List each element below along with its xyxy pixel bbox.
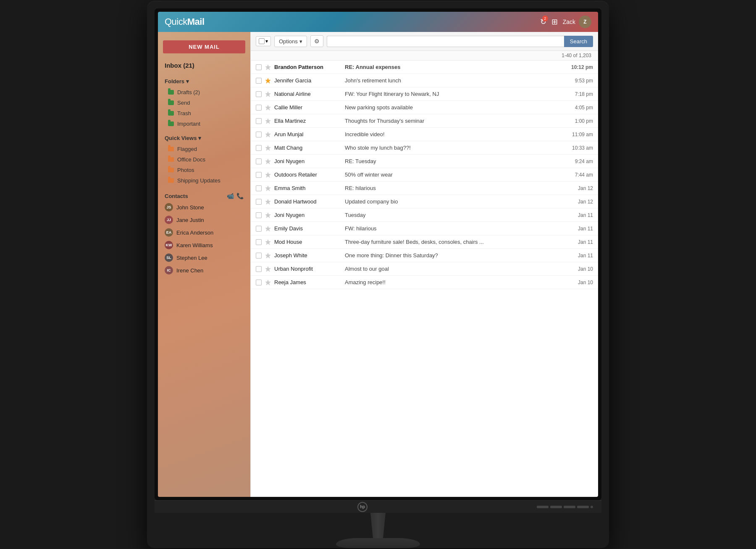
star-icon[interactable]	[265, 280, 271, 285]
monitor-power-button[interactable]	[591, 506, 593, 508]
star-icon[interactable]	[265, 172, 271, 178]
email-row[interactable]: National Airline FW: Your Flight Itinera…	[251, 87, 598, 101]
contact-karen-williams[interactable]: KW Karen Williams	[158, 239, 250, 251]
trash-label: Trash	[177, 110, 191, 116]
sidebar-item-shipping[interactable]: Shipping Updates	[158, 175, 250, 186]
email-checkbox[interactable]	[256, 239, 262, 245]
email-subject: Amazing recipe!!	[345, 279, 564, 285]
office-docs-folder-icon	[168, 157, 174, 162]
email-row[interactable]: Emma Smith RE: hilarious Jan 12	[251, 182, 598, 195]
email-checkbox[interactable]	[256, 212, 262, 218]
email-checkbox[interactable]	[256, 158, 262, 164]
star-icon[interactable]	[265, 199, 271, 205]
email-time: 10:12 pm	[568, 64, 593, 70]
contact-jane-justin[interactable]: JJ Jane Justin	[158, 214, 250, 226]
sidebar-item-important[interactable]: Important	[158, 119, 250, 129]
email-row[interactable]: Joseph White One more thing: Dinner this…	[251, 249, 598, 262]
email-row[interactable]: Reeja James Amazing recipe!! Jan 10	[251, 276, 598, 289]
email-row[interactable]: Ella Martinez Thoughts for Thursday's se…	[251, 114, 598, 128]
star-icon[interactable]	[265, 78, 271, 84]
app-logo-mail: Mail	[187, 16, 205, 27]
settings-button[interactable]: ⚙	[310, 35, 323, 47]
send-folder-icon	[168, 100, 174, 105]
email-checkbox[interactable]	[256, 78, 262, 84]
email-row[interactable]: Donald Hartwood Updated company bio Jan …	[251, 195, 598, 209]
folders-header[interactable]: Folders ▾	[158, 76, 250, 87]
star-icon[interactable]	[265, 105, 271, 111]
monitor-button[interactable]	[564, 506, 575, 508]
email-row[interactable]: Mod House Three-day furniture sale! Beds…	[251, 235, 598, 249]
sidebar-item-send[interactable]: Send	[158, 98, 250, 108]
email-checkbox[interactable]	[256, 266, 262, 272]
inbox-title[interactable]: Inbox (21)	[158, 58, 250, 72]
video-call-icon[interactable]: 📹	[227, 193, 234, 199]
email-checkbox[interactable]	[256, 145, 262, 151]
contact-stephen-lee[interactable]: SL Stephen Lee	[158, 251, 250, 264]
sidebar-item-flagged[interactable]: Flagged	[158, 144, 250, 154]
email-checkbox[interactable]	[256, 132, 262, 137]
email-checkbox[interactable]	[256, 105, 262, 111]
email-checkbox[interactable]	[256, 118, 262, 124]
star-icon[interactable]	[265, 185, 271, 191]
email-row[interactable]: Emily Davis FW: hilarious Jan 11	[251, 222, 598, 235]
email-row[interactable]: Urban Nonprofit Almost to our goal Jan 1…	[251, 262, 598, 276]
refresh-button[interactable]: ↻ 2	[540, 17, 546, 26]
star-icon[interactable]	[265, 64, 271, 70]
star-icon[interactable]	[265, 266, 271, 272]
svg-marker-11	[265, 212, 270, 217]
contact-john-stone[interactable]: JS John Stone	[158, 201, 250, 214]
contact-erica-anderson[interactable]: EA Erica Anderson	[158, 226, 250, 239]
star-icon[interactable]	[265, 212, 271, 218]
email-sender: Mod House	[274, 239, 341, 245]
email-checkbox[interactable]	[256, 185, 262, 191]
email-row[interactable]: Outdoors Retailer 50% off winter wear 7:…	[251, 168, 598, 182]
options-button[interactable]: Options ▾	[274, 36, 307, 47]
sidebar-item-photos[interactable]: Photos	[158, 165, 250, 175]
search-button[interactable]: Search	[564, 36, 593, 47]
select-all-checkbox[interactable]	[259, 38, 265, 44]
email-subject: 50% off winter wear	[345, 172, 564, 178]
email-subject: One more thing: Dinner this Saturday?	[345, 252, 564, 259]
star-icon[interactable]	[265, 253, 271, 259]
star-icon[interactable]	[265, 239, 271, 245]
sidebar-item-trash[interactable]: Trash	[158, 108, 250, 119]
star-icon[interactable]	[265, 145, 271, 151]
monitor-button[interactable]	[550, 506, 562, 508]
email-checkbox[interactable]	[256, 91, 262, 97]
email-checkbox[interactable]	[256, 64, 262, 70]
star-icon[interactable]	[265, 226, 271, 232]
star-icon[interactable]	[265, 91, 271, 97]
monitor-bottom-bar: hp	[155, 500, 601, 513]
email-checkbox[interactable]	[256, 280, 262, 285]
search-input[interactable]	[327, 36, 564, 47]
email-checkbox[interactable]	[256, 199, 262, 205]
sidebar-item-drafts[interactable]: Drafts (2)	[158, 87, 250, 98]
monitor: QuickMail ↻ 2 ⊞ Zack Z	[147, 1, 609, 548]
email-row[interactable]: Joni Nyugen RE: Tuesday 9:24 am	[251, 155, 598, 168]
email-row[interactable]: Jennifer Garcia John's retirement lunch …	[251, 74, 598, 87]
email-row[interactable]: Joni Nyugen Tuesday Jan 11	[251, 209, 598, 222]
email-checkbox[interactable]	[256, 253, 262, 259]
new-mail-button[interactable]: NEW MAIL	[163, 40, 245, 53]
star-icon[interactable]	[265, 132, 271, 137]
email-subject: New parking spots available	[345, 104, 564, 111]
star-icon[interactable]	[265, 118, 271, 124]
email-row[interactable]: Callie Miller New parking spots availabl…	[251, 101, 598, 114]
monitor-button[interactable]	[537, 506, 549, 508]
important-label: Important	[177, 121, 200, 127]
important-folder-icon	[168, 121, 174, 126]
grid-button[interactable]: ⊞	[551, 17, 558, 26]
email-row[interactable]: Brandon Patterson RE: Annual expenses 10…	[251, 61, 598, 74]
star-icon[interactable]	[265, 158, 271, 164]
quick-views-header[interactable]: Quick Views ▾	[158, 132, 250, 144]
sidebar-item-office-docs[interactable]: Office Docs	[158, 154, 250, 165]
select-all-dropdown[interactable]: ▾	[256, 36, 271, 46]
content-area: ▾ Options ▾ ⚙ Search	[251, 32, 598, 497]
monitor-button[interactable]	[577, 506, 589, 508]
email-row[interactable]: Arun Munjal Incredible video! 11:09 am	[251, 128, 598, 141]
phone-icon[interactable]: 📞	[236, 193, 244, 199]
email-checkbox[interactable]	[256, 172, 262, 178]
email-checkbox[interactable]	[256, 226, 262, 232]
contact-irene-chen[interactable]: IC Irene Chen	[158, 264, 250, 277]
email-row[interactable]: Matt Chang Who stole my lunch bag??! 10:…	[251, 141, 598, 155]
